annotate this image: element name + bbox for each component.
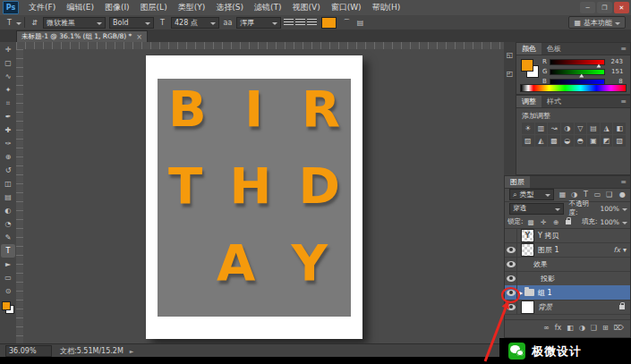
blend-mode-select[interactable]: 穿透 <box>509 203 564 215</box>
layer-style-icon[interactable]: fx <box>555 324 562 332</box>
healing-brush-tool[interactable]: ✚ <box>1 123 15 137</box>
font-style-select[interactable]: Bold <box>109 17 154 29</box>
adjustment-icon-15[interactable]: ◩ <box>601 135 613 147</box>
lasso-tool[interactable]: ∿ <box>1 70 15 83</box>
tab-swatches[interactable]: 色板 <box>541 43 567 55</box>
align-left-icon[interactable] <box>284 19 294 27</box>
green-slider[interactable] <box>550 69 605 75</box>
visibility-toggle[interactable] <box>505 228 517 242</box>
channel-value[interactable]: 151 <box>608 68 623 75</box>
link-layers-icon[interactable]: ∞ <box>543 324 550 332</box>
tool-preset-icon[interactable]: T <box>4 19 15 27</box>
lock-all-icon[interactable] <box>566 220 571 224</box>
foreground-color-swatch[interactable] <box>521 59 533 72</box>
visibility-toggle[interactable] <box>505 271 517 285</box>
zoom-level-field[interactable]: 36.09% <box>5 345 52 357</box>
filter-type-select[interactable]: ⌕ 类型 <box>509 189 554 200</box>
foreground-color-swatch[interactable] <box>2 301 11 310</box>
slider-thumb[interactable] <box>579 74 584 78</box>
move-tool[interactable]: ✛ <box>1 43 15 56</box>
layer-row-drop-shadow[interactable]: 投影 <box>505 271 630 286</box>
tab-layers[interactable]: 图层 <box>505 176 530 188</box>
new-layer-icon[interactable]: ⊞ <box>602 324 609 332</box>
layer-row-group1[interactable]: ▸ 组 1 <box>505 285 630 301</box>
font-size-select[interactable]: 428 点 <box>171 17 219 29</box>
visibility-toggle[interactable] <box>505 242 517 257</box>
adjustment-icon-4[interactable]: ◑ <box>561 123 574 134</box>
text-orientation-icon[interactable]: ⇵ <box>29 19 40 27</box>
crop-tool[interactable]: ⌗ <box>1 97 15 110</box>
brush-tool[interactable]: ✑ <box>1 137 15 150</box>
visibility-toggle[interactable] <box>505 285 517 300</box>
effects-label[interactable]: 效果 <box>533 259 548 269</box>
zoom-tool[interactable]: ⊙ <box>1 284 15 298</box>
adjustment-icon-7[interactable]: ◮ <box>601 123 613 134</box>
adjustment-icon-12[interactable]: ◒ <box>561 135 574 147</box>
menu-item-type[interactable]: 类型(Y) <box>173 2 211 13</box>
tab-color[interactable]: 颜色 <box>516 43 541 55</box>
menu-item-layer[interactable]: 图层(L) <box>135 2 173 13</box>
channel-value[interactable]: 243 <box>608 58 623 65</box>
layer-name[interactable]: Y 拷贝 <box>538 231 559 241</box>
close-icon[interactable]: ✕ <box>614 2 629 13</box>
path-selection-tool[interactable]: ► <box>1 258 15 271</box>
layer-name[interactable]: 背景 <box>538 302 552 312</box>
eyedropper-tool[interactable]: ✒ <box>1 110 15 123</box>
filter-toggle-icon[interactable]: ● <box>618 190 627 199</box>
delete-layer-icon[interactable]: ⌦ <box>614 324 624 332</box>
layer-row-y-copy[interactable]: Y Y 拷贝 <box>505 228 630 243</box>
blur-tool[interactable]: ◐ <box>1 204 15 217</box>
tab-styles[interactable]: 样式 <box>541 96 567 107</box>
type-tool[interactable]: T <box>1 244 15 258</box>
collapsed-panel-icon-1[interactable]: ◱ <box>507 51 514 59</box>
menu-item-file[interactable]: 文件(F) <box>23 2 61 13</box>
group-expander-icon[interactable]: ▸ <box>519 289 523 297</box>
adjustment-icon-14[interactable]: ▣ <box>587 135 600 147</box>
eye-icon[interactable] <box>507 261 516 267</box>
document-page[interactable]: BIR THD AY <box>146 55 362 339</box>
layer-row-effects[interactable]: 效果 <box>505 257 630 272</box>
menu-item-help[interactable]: 帮助(H) <box>367 2 406 13</box>
new-adjustment-layer-icon[interactable]: ◑ <box>579 324 585 332</box>
lock-pixels-icon[interactable]: ✛ <box>539 218 549 226</box>
layer-row-background[interactable]: 背景 <box>505 300 630 315</box>
text-color-swatch[interactable] <box>321 17 337 29</box>
menu-item-select[interactable]: 选择(S) <box>210 2 249 13</box>
slider-thumb[interactable] <box>596 64 601 68</box>
adjustment-icon-1[interactable]: ☀ <box>522 123 534 134</box>
filter-adjustment-icon[interactable]: ◑ <box>569 190 579 199</box>
adjustment-icon-5[interactable]: ▽ <box>575 123 587 134</box>
anti-alias-select[interactable]: 浑厚 <box>236 17 281 29</box>
eye-icon[interactable] <box>507 275 516 282</box>
workspace-switcher[interactable]: ▦ 基本功能 <box>568 16 626 29</box>
align-right-icon[interactable] <box>307 19 317 27</box>
font-family-select[interactable]: 微软雅黑 <box>43 17 106 29</box>
maximize-icon[interactable]: ❐ <box>597 2 612 13</box>
adjustment-icon-2[interactable]: ▥ <box>535 123 548 134</box>
menu-item-filter[interactable]: 滤镜(T) <box>249 2 287 13</box>
visibility-toggle[interactable] <box>505 300 517 314</box>
eraser-tool[interactable]: ◫ <box>1 177 15 190</box>
warp-text-icon[interactable]: ⌒ <box>341 18 353 28</box>
lock-position-icon[interactable]: ⊕ <box>551 218 561 226</box>
filter-type-icon[interactable]: T <box>581 190 591 199</box>
status-expand-icon[interactable]: ► <box>130 348 134 354</box>
opacity-value[interactable]: 100% <box>601 205 619 213</box>
filter-smart-object-icon[interactable]: ❏ <box>604 190 614 199</box>
layer-row-layer1[interactable]: 图层 1 fx ▾ <box>505 242 630 258</box>
filter-shape-icon[interactable]: ▭ <box>593 190 602 199</box>
collapse-effects-icon[interactable]: ▾ <box>623 246 627 254</box>
layer-thumbnail[interactable] <box>521 243 534 257</box>
layer-effects-badge[interactable]: fx ▾ <box>613 246 627 254</box>
fill-value[interactable]: 100% <box>601 218 619 226</box>
visibility-toggle[interactable] <box>505 257 517 271</box>
pen-tool[interactable]: ✎ <box>1 231 15 244</box>
color-spectrum-bar[interactable] <box>520 84 627 92</box>
minimize-icon[interactable]: ─ <box>580 2 595 13</box>
adjustment-icon-10[interactable]: ◭ <box>535 135 548 147</box>
gradient-tool[interactable]: ▤ <box>1 190 15 204</box>
adjustment-icon-6[interactable]: ▤ <box>587 123 600 134</box>
close-tab-icon[interactable]: × <box>136 33 142 41</box>
drop-shadow-label[interactable]: 投影 <box>541 274 555 284</box>
history-brush-tool[interactable]: ↺ <box>1 164 15 177</box>
